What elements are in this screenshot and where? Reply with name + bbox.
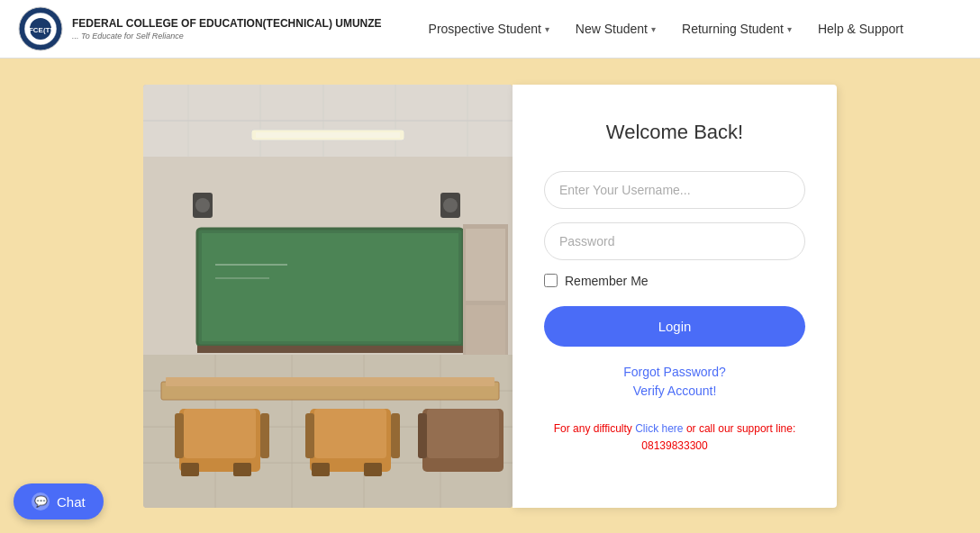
nav-menu: Prospective Student ▾ New Student ▾ Retu… <box>418 14 914 43</box>
nav-link-returning-student[interactable]: Returning Student ▾ <box>671 14 803 43</box>
navbar: FCE(T) FEDERAL COLLEGE OF EDUCATION(TECH… <box>0 0 980 59</box>
chat-button[interactable]: 💬 Chat <box>14 483 104 519</box>
remember-me-container: Remember Me <box>544 274 805 288</box>
nav-link-prospective[interactable]: Prospective Student ▾ <box>418 14 560 43</box>
brand: FCE(T) FEDERAL COLLEGE OF EDUCATION(TECH… <box>18 6 382 51</box>
main-content: Welcome Back! Remember Me Login Forgot P… <box>0 59 980 533</box>
login-card: Welcome Back! Remember Me Login Forgot P… <box>513 85 837 508</box>
password-input[interactable] <box>544 222 805 260</box>
support-phone: 08139833300 <box>641 439 707 452</box>
classroom-image <box>143 85 513 508</box>
brand-name: FEDERAL COLLEGE OF EDUCATION(TECHNICAL) … <box>72 17 382 32</box>
brand-text: FEDERAL COLLEGE OF EDUCATION(TECHNICAL) … <box>72 17 382 41</box>
brand-tagline: ... To Educate for Self Reliance <box>72 32 382 41</box>
username-input[interactable] <box>544 171 805 209</box>
forgot-password-link[interactable]: Forgot Password? <box>623 365 726 379</box>
chat-label: Chat <box>57 494 86 510</box>
login-button[interactable]: Login <box>544 306 805 347</box>
remember-me-label: Remember Me <box>565 274 649 288</box>
nav-item-prospective[interactable]: Prospective Student ▾ <box>418 14 560 43</box>
support-click-here-link[interactable]: Click here <box>635 422 683 435</box>
nav-label-prospective: Prospective Student <box>429 22 541 36</box>
chevron-down-icon-2: ▾ <box>651 24 656 34</box>
support-text: For any difficulty Click here or call ou… <box>554 420 796 455</box>
nav-link-help[interactable]: Help & Support <box>807 14 914 43</box>
verify-account-link[interactable]: Verify Account! <box>633 384 717 398</box>
logo-icon: FCE(T) <box>18 6 63 51</box>
nav-label-help: Help & Support <box>818 22 903 36</box>
nav-item-help[interactable]: Help & Support <box>807 14 914 43</box>
svg-text:FCE(T): FCE(T) <box>29 26 53 34</box>
svg-rect-54 <box>143 85 513 508</box>
support-post-text: or call our support line: <box>684 422 796 435</box>
support-pre-text: For any difficulty <box>554 422 635 435</box>
nav-link-new-student[interactable]: New Student ▾ <box>565 14 667 43</box>
remember-me-checkbox[interactable] <box>544 274 558 287</box>
nav-label-new-student: New Student <box>576 22 648 36</box>
chevron-down-icon-3: ▾ <box>787 24 792 34</box>
chevron-down-icon: ▾ <box>545 24 549 34</box>
chat-icon: 💬 <box>32 492 50 510</box>
nav-label-returning-student: Returning Student <box>682 22 784 36</box>
nav-item-new-student[interactable]: New Student ▾ <box>565 14 667 43</box>
login-title: Welcome Back! <box>606 121 743 144</box>
nav-item-returning-student[interactable]: Returning Student ▾ <box>671 14 803 43</box>
